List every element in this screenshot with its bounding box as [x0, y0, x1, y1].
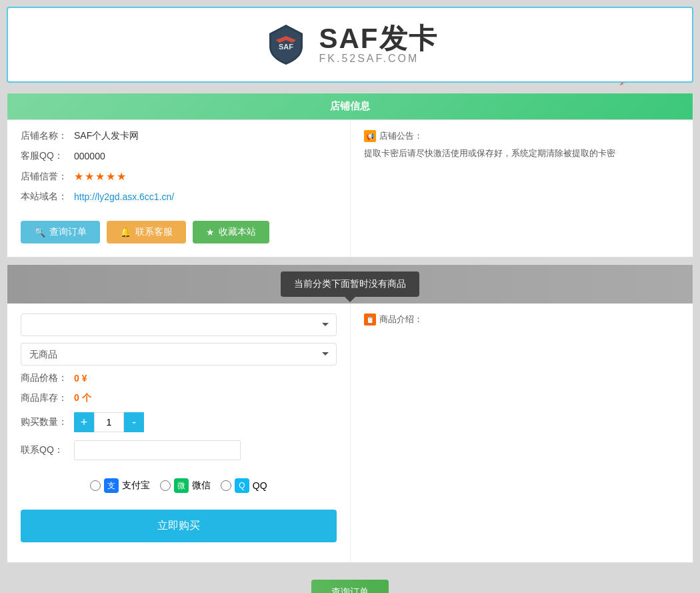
- qty-minus-button[interactable]: -: [124, 412, 144, 432]
- announcement-row: 📢 店铺公告：: [364, 130, 680, 142]
- shop-credit-row: 店铺信誉： ★ ★ ★ ★ ★: [21, 170, 337, 183]
- shop-domain-link[interactable]: http://ly2gd.asx.6cc1.cn/: [74, 191, 174, 202]
- logo-shield-icon: SAF: [263, 21, 309, 68]
- payment-wechat-radio[interactable]: [160, 480, 171, 491]
- product-intro-label: 📋 商品介绍：: [364, 314, 680, 326]
- product-qq-label: 联系QQ：: [21, 444, 74, 456]
- shop-info-body: 店铺名称： SAF个人发卡网 客服QQ： 000000 店铺信誉： ★ ★ ★: [7, 120, 693, 257]
- logo-subtitle: FK.52SAF.COM: [319, 53, 419, 65]
- bottom-btn-section: 查询订单: [7, 570, 693, 593]
- product-intro-icon: 📋: [364, 314, 376, 326]
- buy-section: 立即购买: [21, 503, 337, 552]
- category-select[interactable]: [21, 314, 337, 336]
- search-icon: 🔍: [34, 227, 45, 237]
- main-content: 店铺信息 店铺名称： SAF个人发卡网 客服QQ： 000000 店铺信誉：: [7, 93, 693, 593]
- svg-text:SAF: SAF: [279, 43, 293, 51]
- product-select[interactable]: 无商品: [21, 343, 337, 366]
- qty-input[interactable]: [94, 412, 124, 432]
- shop-info-title: 店铺信息: [330, 100, 370, 111]
- wechat-label: 微信: [192, 480, 211, 492]
- buy-now-button[interactable]: 立即购买: [21, 510, 337, 542]
- product-stock-value: 0 个: [74, 392, 91, 404]
- qq-pay-icon: Q: [235, 478, 249, 493]
- product-section: 当前分类下面暂时没有商品 无商品 商品: [7, 264, 693, 563]
- logo: SAF SAF发卡 FK.52SAF.COM: [263, 21, 438, 68]
- qq-pay-label: QQ: [253, 480, 267, 491]
- shop-info-section: 店铺信息 店铺名称： SAF个人发卡网 客服QQ： 000000 店铺信誉：: [7, 93, 693, 257]
- bottom-query-button[interactable]: 查询订单: [311, 580, 389, 593]
- payment-qq-option[interactable]: Q QQ: [221, 478, 267, 493]
- logo-text: SAF发卡 FK.52SAF.COM: [319, 25, 438, 65]
- shop-info-left: 店铺名称： SAF个人发卡网 客服QQ： 000000 店铺信誉： ★ ★ ★: [7, 120, 351, 257]
- product-body: 无商品 商品价格： 0 ¥ 商品库存： 0: [7, 304, 693, 562]
- product-qq-row: 联系QQ：: [21, 440, 337, 460]
- shop-qq-value: 000000: [74, 151, 105, 161]
- product-right: 📋 商品介绍：: [351, 304, 693, 562]
- shop-qq-row: 客服QQ： 000000: [21, 150, 337, 162]
- shop-credit-label: 店铺信誉：: [21, 171, 74, 183]
- no-product-text: 当前分类下面暂时没有商品: [294, 278, 406, 289]
- tooltip-arrow: [345, 297, 355, 302]
- quantity-stepper: + -: [74, 412, 144, 432]
- shop-info-header: 店铺信息: [7, 93, 693, 120]
- announcement-label: 店铺公告：: [379, 130, 423, 142]
- product-qty-row: 购买数量： + -: [21, 412, 337, 432]
- bell-icon: 🔔: [120, 227, 131, 237]
- alipay-icon: 支: [104, 478, 119, 493]
- shop-domain-row: 本站域名： http://ly2gd.asx.6cc1.cn/: [21, 191, 337, 203]
- star-5: ★: [117, 170, 126, 183]
- shop-name-label: 店铺名称：: [21, 130, 74, 142]
- alipay-label: 支付宝: [122, 480, 150, 492]
- star-4: ★: [106, 170, 115, 183]
- payment-alipay-radio[interactable]: [90, 480, 101, 491]
- wechat-icon: 微: [174, 478, 189, 493]
- announcement-text: 提取卡密后请尽快激活使用或保存好，系统定期清除被提取的卡密: [364, 147, 680, 159]
- product-price-row: 商品价格： 0 ¥: [21, 372, 337, 384]
- header: SAF SAF发卡 FK.52SAF.COM: [7, 7, 693, 83]
- page-wrapper: SAF SAF发卡 FK.52SAF.COM 店铺信息 店铺名称： SAF: [0, 0, 700, 593]
- query-order-button[interactable]: 🔍 查询订单: [21, 221, 100, 243]
- no-product-tooltip: 当前分类下面暂时没有商品: [281, 271, 419, 297]
- payment-wechat-option[interactable]: 微 微信: [160, 478, 211, 493]
- product-left: 无商品 商品价格： 0 ¥ 商品库存： 0: [7, 304, 351, 562]
- product-section-header: 当前分类下面暂时没有商品: [7, 265, 693, 304]
- product-price-label: 商品价格：: [21, 372, 74, 384]
- logo-title: SAF发卡: [319, 25, 438, 53]
- product-stock-row: 商品库存： 0 个: [21, 392, 337, 404]
- product-qty-label: 购买数量：: [21, 416, 74, 428]
- shop-info-right: 📢 店铺公告： 提取卡密后请尽快激活使用或保存好，系统定期清除被提取的卡密: [351, 120, 693, 257]
- star-1: ★: [74, 170, 83, 183]
- payment-alipay-option[interactable]: 支 支付宝: [90, 478, 150, 493]
- contact-qq-input[interactable]: [74, 440, 241, 460]
- star-3: ★: [95, 170, 105, 183]
- contact-service-button[interactable]: 🔔 联系客服: [107, 221, 186, 243]
- product-price-value: 0 ¥: [74, 373, 87, 384]
- action-buttons: 🔍 查询订单 🔔 联系客服 ★ 收藏本站: [21, 211, 337, 247]
- shop-name-value: SAF个人发卡网: [74, 130, 139, 142]
- star-icon: ★: [206, 227, 215, 237]
- star-2: ★: [85, 170, 94, 183]
- payment-options: 支 支付宝 微 微信 Q QQ: [21, 468, 337, 503]
- qty-plus-button[interactable]: +: [74, 412, 94, 432]
- shop-domain-label: 本站域名：: [21, 191, 74, 203]
- announcement-icon: 📢: [364, 130, 376, 142]
- bookmark-button[interactable]: ★ 收藏本站: [193, 221, 269, 243]
- star-rating: ★ ★ ★ ★ ★: [74, 170, 126, 183]
- payment-qq-radio[interactable]: [221, 480, 231, 491]
- shop-qq-label: 客服QQ：: [21, 150, 74, 162]
- product-stock-label: 商品库存：: [21, 392, 74, 404]
- shop-name-row: 店铺名称： SAF个人发卡网: [21, 130, 337, 142]
